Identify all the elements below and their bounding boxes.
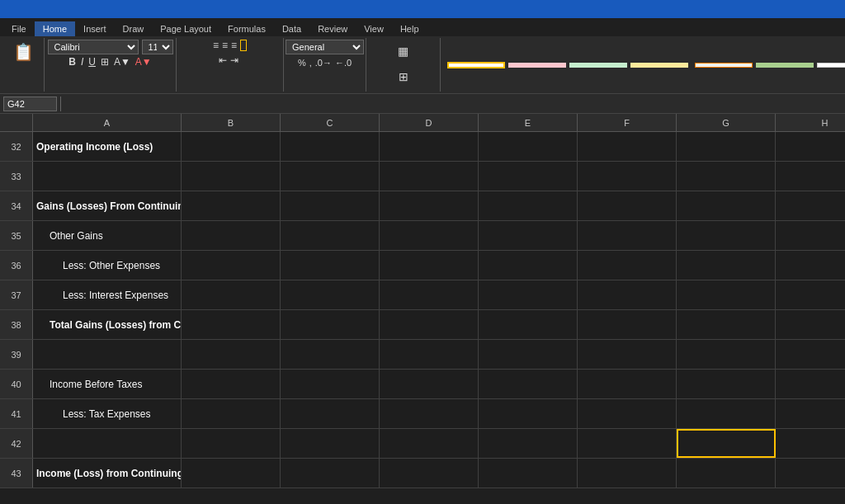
cell-35-G[interactable] [677,221,776,250]
cell-40-H[interactable] [776,370,845,398]
cell-41-A[interactable]: Less: Tax Expenses [33,399,182,428]
font-size-selector[interactable]: 11 [142,40,173,54]
cell-43-B[interactable] [182,459,281,488]
indent-decrease-button[interactable]: ⇤ [219,54,227,66]
cell-36-B[interactable] [182,251,281,280]
comma-button[interactable]: , [309,58,312,68]
row-number[interactable]: 40 [0,370,33,398]
cell-35-A[interactable]: Other Gains [33,221,182,250]
cell-40-B[interactable] [182,370,281,398]
row-number[interactable]: 42 [0,429,33,458]
font-color-button[interactable]: A▼ [135,56,152,68]
col-header-a[interactable]: A [33,114,182,131]
cell-35-D[interactable] [380,221,479,250]
format-as-table-button[interactable]: ⊞ [394,65,413,91]
cell-36-E[interactable] [479,251,578,280]
cell-33-B[interactable] [182,162,281,191]
tab-page-layout[interactable]: Page Layout [152,21,220,36]
cell-32-A[interactable]: Operating Income (Loss) [33,132,182,161]
cell-41-E[interactable] [479,399,578,428]
cell-32-F[interactable] [578,132,677,161]
percent-button[interactable]: % [298,58,306,68]
tab-file[interactable]: File [3,21,35,36]
cell-34-E[interactable] [479,191,578,220]
cell-37-B[interactable] [182,280,281,309]
col-header-b[interactable]: B [182,114,281,131]
cell-40-E[interactable] [479,370,578,398]
cell-38-B[interactable] [182,310,281,339]
cell-36-C[interactable] [281,251,380,280]
cell-38-F[interactable] [578,310,677,339]
cell-42-G[interactable] [677,429,776,458]
tab-home[interactable]: Home [35,21,75,36]
copy-button[interactable] [21,77,26,78]
conditional-formatting-button[interactable]: ▦ [393,40,413,65]
cell-41-F[interactable] [578,399,677,428]
style-neutral[interactable] [630,63,688,68]
border-button[interactable]: ⊞ [101,56,109,68]
cell-35-C[interactable] [281,221,380,250]
align-right-button[interactable]: ≡ [231,40,237,51]
col-header-f[interactable]: F [578,114,677,131]
cell-43-H[interactable] [776,459,845,488]
cell-42-C[interactable] [281,429,380,458]
cell-40-D[interactable] [380,370,479,398]
cell-34-A[interactable]: Gains (Losses) From Continuing Operation… [33,191,182,220]
cell-35-H[interactable] [776,221,845,250]
paste-button[interactable]: 📋 [8,40,39,65]
cell-40-A[interactable]: Income Before Taxes [33,370,182,398]
font-name-selector[interactable]: Calibri [48,40,139,54]
cell-43-A[interactable]: Income (Loss) from Continuing Operations [33,459,182,488]
cell-35-B[interactable] [182,221,281,250]
cell-37-D[interactable] [380,280,479,309]
cell-38-C[interactable] [281,310,380,339]
decrease-decimal-button[interactable]: ←.0 [335,58,352,68]
cell-38-H[interactable] [776,310,845,339]
tab-review[interactable]: Review [309,21,356,36]
row-number[interactable]: 35 [0,221,33,250]
cell-32-C[interactable] [281,132,380,161]
cell-40-C[interactable] [281,370,380,398]
row-number[interactable]: 33 [0,162,33,191]
wrap-text-button[interactable] [240,40,247,51]
cell-43-E[interactable] [479,459,578,488]
tab-data[interactable]: Data [274,21,309,36]
cell-41-D[interactable] [380,399,479,428]
cell-37-A[interactable]: Less: Interest Expenses [33,280,182,309]
cell-34-H[interactable] [776,191,845,220]
cell-39-F[interactable] [578,340,677,369]
row-number[interactable]: 32 [0,132,33,161]
cell-32-B[interactable] [182,132,281,161]
cell-43-D[interactable] [380,459,479,488]
cell-33-A[interactable] [33,162,182,191]
cell-35-E[interactable] [479,221,578,250]
tab-draw[interactable]: Draw [115,21,153,36]
bold-button[interactable]: B [68,56,76,68]
increase-decimal-button[interactable]: .0→ [315,58,332,68]
cell-33-D[interactable] [380,162,479,191]
cell-32-H[interactable] [776,132,845,161]
tab-insert[interactable]: Insert [75,21,115,36]
cell-41-H[interactable] [776,399,845,428]
col-header-d[interactable]: D [380,114,479,131]
row-number[interactable]: 34 [0,191,33,220]
style-normal[interactable] [447,62,505,68]
cell-36-A[interactable]: Less: Other Expenses [33,251,182,280]
cell-36-H[interactable] [776,251,845,280]
cell-40-F[interactable] [578,370,677,398]
cell-35-F[interactable] [578,221,677,250]
cell-37-E[interactable] [479,280,578,309]
cell-38-A[interactable]: Total Gains (Losses) from Continuing Ope… [33,310,182,339]
cell-32-G[interactable] [677,132,776,161]
cell-33-F[interactable] [578,162,677,191]
indent-increase-button[interactable]: ⇥ [230,54,238,66]
tab-formulas[interactable]: Formulas [220,21,274,36]
cell-34-G[interactable] [677,191,776,220]
row-number[interactable]: 43 [0,459,33,488]
style-explanatory[interactable] [817,63,845,68]
cell-37-F[interactable] [578,280,677,309]
italic-button[interactable]: I [81,56,83,68]
cell-38-E[interactable] [479,310,578,339]
style-calculation[interactable] [695,63,753,68]
corner-header[interactable] [0,114,33,131]
